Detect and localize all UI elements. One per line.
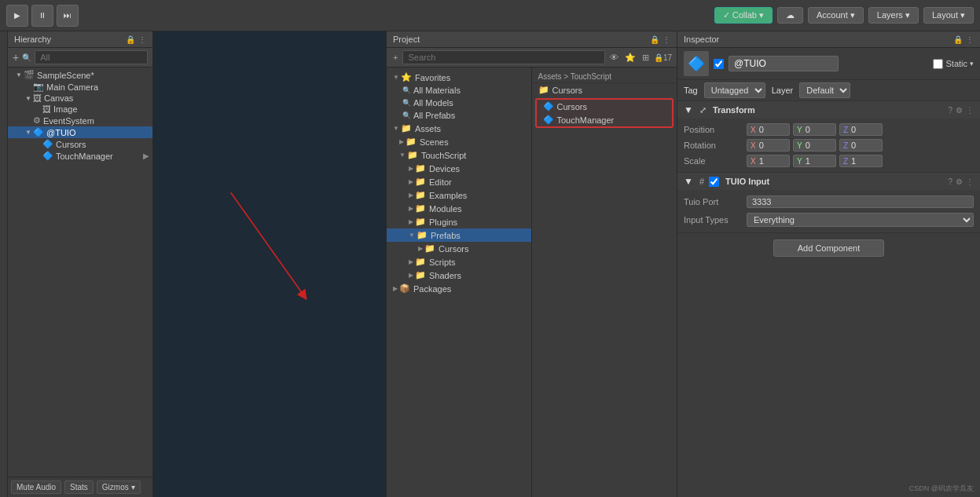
search-small-icon: 🔍: [402, 86, 411, 94]
editor-arrow: ▶: [409, 178, 413, 185]
static-dropdown-icon[interactable]: ▾: [970, 60, 974, 68]
cloud-button[interactable]: ☁: [777, 7, 803, 24]
folder-item-devices[interactable]: ▶ 📁 Devices: [387, 162, 531, 175]
tuio-more-icon[interactable]: ⋮: [966, 177, 974, 186]
project-search-input[interactable]: [402, 50, 604, 64]
play-button[interactable]: ▶: [6, 5, 28, 27]
right-touchmanager-prefab-icon: 🔷: [543, 115, 554, 125]
position-y-field[interactable]: Y 0: [793, 123, 836, 136]
right-cursors-folder-icon: 📁: [538, 85, 549, 95]
tree-item-eventsystem[interactable]: ⚙ EventSystem: [8, 115, 152, 126]
folder-item-shaders[interactable]: ▶ 📁 Shaders: [387, 269, 531, 282]
tree-item-cursors-child[interactable]: 🔷 Cursors: [8, 138, 152, 150]
tuio-header[interactable]: ▼ # TUIO Input ? ⚙ ⋮: [677, 173, 980, 190]
folder-item-prefabs[interactable]: ▼ 📁 Prefabs: [387, 228, 531, 242]
cursors-sub-label: Cursors: [439, 244, 469, 254]
right-item-cursors-prefab[interactable]: 🔷 Cursors: [537, 100, 673, 113]
layers-button[interactable]: Layers ▾: [868, 7, 919, 24]
folder-item-favorites[interactable]: ▼ ⭐ Favorites: [387, 71, 531, 84]
rotation-x-field[interactable]: X 0: [747, 139, 790, 152]
folder-item-examples[interactable]: ▶ 📁 Examples: [387, 188, 531, 202]
step-button[interactable]: ⏭: [57, 5, 79, 27]
tuio-settings-icon[interactable]: ⚙: [956, 177, 963, 186]
rotation-y-field[interactable]: Y 0: [793, 139, 836, 152]
scale-x-field[interactable]: X 1: [747, 155, 790, 167]
tree-label-tuio: @TUIO: [46, 128, 75, 137]
hierarchy-search-input[interactable]: [35, 50, 148, 64]
gizmos-button[interactable]: Gizmos ▾: [97, 481, 141, 494]
position-y-label: Y: [797, 126, 802, 134]
project-lock-icon[interactable]: 🔒: [650, 35, 659, 44]
project-grid-icon[interactable]: ⊞: [640, 51, 651, 64]
scale-y-field[interactable]: Y 1: [793, 155, 836, 167]
add-component-button[interactable]: Add Component: [773, 239, 885, 257]
tree-item-samplescene[interactable]: ▼ 🎬 SampleScene*: [8, 69, 152, 81]
layer-select[interactable]: Default: [799, 82, 850, 98]
position-z-field[interactable]: Z 0: [839, 123, 883, 136]
tree-label-samplescene: SampleScene*: [37, 71, 94, 80]
tuio-hash-icon: #: [699, 177, 704, 186]
editor-folder-icon: 📁: [415, 177, 426, 187]
stats-button[interactable]: Stats: [64, 481, 94, 494]
tree-arrow-canvas: ▼: [24, 95, 33, 102]
transform-more-icon[interactable]: ⋮: [966, 106, 974, 115]
right-item-cursors-folder[interactable]: 📁 Cursors: [532, 83, 677, 97]
tree-item-touchmanager-child[interactable]: 🔷 TouchManager ▶: [8, 150, 152, 162]
right-cursors-prefab-icon: 🔷: [543, 101, 554, 111]
project-eye-icon[interactable]: 👁: [608, 51, 620, 64]
layout-button[interactable]: Layout ▾: [923, 7, 974, 24]
tree-item-tuio[interactable]: ▼ 🔷 @TUIO: [8, 126, 152, 138]
hierarchy-lock-icon[interactable]: 🔒: [126, 35, 135, 44]
folder-item-all-materials[interactable]: 🔍 All Materials: [387, 84, 531, 97]
tree-item-image[interactable]: 🖼 Image: [8, 104, 152, 115]
folder-item-all-prefabs[interactable]: 🔍 All Prefabs: [387, 109, 531, 122]
position-z-label: Z: [843, 126, 848, 134]
input-types-select[interactable]: Everything: [747, 213, 974, 227]
folder-item-plugins[interactable]: ▶ 📁 Plugins: [387, 215, 531, 228]
hierarchy-more-icon[interactable]: ⋮: [138, 35, 146, 44]
tree-item-canvas[interactable]: ▼ 🖼 Canvas: [8, 93, 152, 104]
tuio-active-checkbox[interactable]: [709, 177, 719, 187]
scale-z-field[interactable]: Z 1: [839, 155, 883, 167]
folder-item-assets[interactable]: ▼ 📁 Assets: [387, 122, 531, 135]
pause-button[interactable]: ⏸: [31, 5, 53, 27]
folder-item-touchscript[interactable]: ▼ 📁 TouchScript: [387, 148, 531, 162]
project-star-icon[interactable]: ⭐: [623, 51, 637, 64]
position-x-field[interactable]: X 0: [747, 123, 790, 136]
tag-select[interactable]: Untagged: [704, 82, 765, 98]
right-item-touchmanager-prefab[interactable]: 🔷 TouchManager: [537, 113, 673, 126]
project-header: Project 🔒 ⋮: [387, 31, 677, 48]
transform-question-icon[interactable]: ?: [948, 106, 952, 115]
transform-settings-icon[interactable]: ⚙: [956, 106, 963, 115]
folder-item-scripts[interactable]: ▶ 📁 Scripts: [387, 255, 531, 269]
transform-header[interactable]: ▼ ⤢ Transform ? ⚙ ⋮: [677, 101, 980, 119]
tree-arrow-samplescene: ▼: [14, 71, 24, 79]
rotation-z-field[interactable]: Z 0: [839, 139, 883, 152]
hierarchy-title: Hierarchy: [14, 35, 51, 44]
left-thin-panel: [0, 31, 8, 497]
tree-item-main-camera[interactable]: 📷 Main Camera: [8, 81, 152, 93]
project-add-button[interactable]: +: [391, 51, 399, 64]
inspector-more-icon[interactable]: ⋮: [966, 35, 974, 44]
hierarchy-add-button[interactable]: +: [13, 51, 19, 64]
folder-item-cursors-sub[interactable]: ▶ 📁 Cursors: [387, 242, 531, 255]
tuio-port-input[interactable]: [747, 196, 974, 208]
tuio-section: ▼ # TUIO Input ? ⚙ ⋮ Tuio Port Input Typ…: [677, 173, 980, 233]
inspector-lock-icon[interactable]: 🔒: [953, 35, 963, 44]
position-x-label: X: [751, 126, 756, 134]
object-active-checkbox[interactable]: [714, 59, 724, 69]
collab-button[interactable]: ✓ Collab ▾: [714, 7, 773, 24]
shaders-label: Shaders: [429, 271, 461, 280]
folder-item-all-models[interactable]: 🔍 All Models: [387, 97, 531, 109]
project-more-icon[interactable]: ⋮: [663, 35, 670, 44]
object-name-input[interactable]: [729, 56, 839, 71]
tuio-question-icon[interactable]: ?: [948, 177, 952, 186]
folder-item-scenes[interactable]: ▶ 📁 Scenes: [387, 135, 531, 148]
folder-item-modules[interactable]: ▶ 📁 Modules: [387, 202, 531, 215]
account-button[interactable]: Account ▾: [808, 7, 864, 24]
folder-item-editor[interactable]: ▶ 📁 Editor: [387, 175, 531, 188]
static-checkbox[interactable]: [933, 59, 943, 69]
prefabs-label: Prefabs: [431, 231, 461, 240]
folder-item-packages[interactable]: ▶ 📦 Packages: [387, 282, 531, 295]
mute-audio-button[interactable]: Mute Audio: [11, 481, 61, 494]
